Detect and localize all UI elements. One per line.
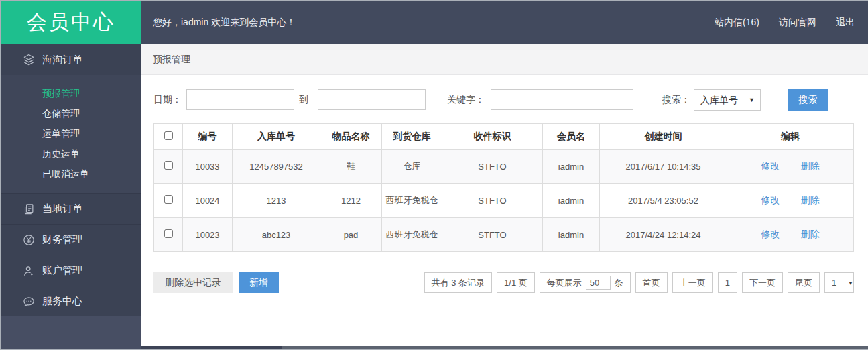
sidebar: 会员中心 海淘订单 预报管理 仓储管理 运单管理 历史运单 已取消运单	[1, 1, 141, 349]
search-button[interactable]: 搜索	[788, 89, 828, 111]
date-to-input[interactable]	[318, 89, 426, 110]
divider	[769, 18, 769, 27]
table-row: 10033 12457897532 鞋 仓库 STFTO iadmin 2017…	[154, 150, 854, 184]
cell-created: 2017/6/17 10:14:35	[600, 150, 727, 184]
cell-receiver-tag: STFTO	[442, 184, 543, 218]
welcome-message: 您好，iadmin 欢迎来到会员中心！	[153, 17, 296, 29]
sidebar-filler	[1, 316, 141, 349]
sidebar-item-label: 账户管理	[42, 264, 82, 277]
cell-created: 2017/4/24 12:14:24	[600, 218, 727, 252]
page-number-button[interactable]: 1	[718, 272, 737, 293]
row-checkbox[interactable]	[164, 161, 173, 170]
column-header-warehouse: 到货仓库	[382, 124, 442, 150]
sidebar-item-label: 财务管理	[42, 233, 82, 246]
keyword-label: 关键字：	[447, 94, 485, 106]
to-label: 到	[299, 94, 308, 106]
main-panel: 您好，iadmin 欢迎来到会员中心！ 站内信(16) 访问官网 退出 预报管理…	[141, 1, 868, 349]
brand-logo: 会员中心	[1, 1, 141, 44]
document-icon	[22, 202, 36, 216]
haitao-submenu: 预报管理 仓储管理 运单管理 历史运单 已取消运单	[1, 75, 141, 193]
cell-receiver-tag: STFTO	[442, 218, 543, 252]
layers-icon	[22, 53, 36, 66]
sidebar-subitem-warehouse-management[interactable]: 仓储管理	[1, 103, 141, 123]
date-from-input[interactable]	[186, 89, 294, 110]
column-header-member: 会员名	[543, 124, 600, 150]
cell-warehouse: 仓库	[382, 150, 442, 184]
last-page-button[interactable]: 尾页	[788, 272, 820, 293]
sidebar-item-account-management[interactable]: 账户管理	[1, 255, 141, 286]
date-label: 日期：	[153, 94, 182, 106]
prev-page-button[interactable]: 上一页	[672, 272, 713, 293]
sidebar-subitem-cancelled-waybills[interactable]: 已取消运单	[1, 164, 141, 184]
column-header-edit: 编辑	[727, 124, 854, 150]
total-records-label: 共有 3 条记录	[424, 272, 492, 293]
delete-selected-button[interactable]: 删除选中记录	[153, 272, 233, 293]
breadcrumb: 预报管理	[141, 44, 868, 75]
cell-created: 2017/5/4 23:05:52	[600, 184, 727, 218]
sidebar-item-haitao-orders[interactable]: 海淘订单	[1, 44, 141, 75]
cell-storage-no: 1213	[233, 184, 320, 218]
per-page-suffix-label: 条	[615, 277, 623, 289]
cell-item-name: 鞋	[320, 150, 382, 184]
yen-circle-icon	[22, 233, 36, 247]
keyword-input[interactable]	[491, 89, 633, 110]
cell-receiver-tag: STFTO	[442, 150, 543, 184]
edit-link[interactable]: 修改	[761, 229, 780, 239]
filter-bar: 日期： 到 关键字： 搜索： 入库单号 ▼ 搜索	[153, 89, 854, 111]
pagination: 共有 3 条记录 1/1 页 每页展示 条 首页 上一页 1 下一页 尾页 1	[420, 272, 854, 293]
chat-bubble-icon	[22, 295, 36, 308]
column-header-created: 创建时间	[600, 124, 727, 150]
site-mail-link[interactable]: 站内信(16)	[715, 17, 759, 29]
cell-warehouse: 西班牙免税仓	[382, 184, 442, 218]
sidebar-item-label: 当地订单	[42, 202, 82, 215]
cell-warehouse: 西班牙免税仓	[382, 218, 442, 252]
brand-title: 会员中心	[27, 9, 115, 36]
sidebar-subitem-forecast-management[interactable]: 预报管理	[1, 83, 141, 103]
sidebar-item-finance-management[interactable]: 财务管理	[1, 224, 141, 255]
delete-link[interactable]: 删除	[801, 160, 820, 171]
cell-storage-no: 12457897532	[233, 150, 320, 184]
member-center-window: 会员中心 海淘订单 预报管理 仓储管理 运单管理 历史运单 已取消运单	[0, 0, 868, 350]
column-header-item-name: 物品名称	[320, 124, 382, 150]
row-checkbox[interactable]	[164, 229, 173, 238]
column-header-id: 编号	[183, 124, 233, 150]
sidebar-item-local-orders[interactable]: 当地订单	[1, 193, 141, 224]
cell-item-name: pad	[320, 218, 382, 252]
search-type-label: 搜索：	[662, 94, 690, 106]
select-all-checkbox[interactable]	[164, 131, 173, 140]
column-header-receiver-tag: 收件标识	[442, 124, 543, 150]
per-page-box: 每页展示 条	[540, 272, 631, 293]
column-header-storage-no: 入库单号	[233, 124, 320, 150]
page-jump-select-box: 1 ▼	[824, 272, 854, 293]
edit-link[interactable]: 修改	[761, 160, 780, 171]
table-footer-bar: 删除选中记录 新增 共有 3 条记录 1/1 页 每页展示 条 首页 上一页 1…	[153, 272, 854, 293]
table-row: 10024 1213 1212 西班牙免税仓 STFTO iadmin 2017…	[154, 184, 854, 218]
chevron-down-icon: ▼	[848, 280, 853, 286]
search-type-select[interactable]: 入库单号	[694, 89, 761, 111]
topbar: 您好，iadmin 欢迎来到会员中心！ 站内信(16) 访问官网 退出	[141, 1, 868, 44]
per-page-input[interactable]	[586, 276, 611, 290]
visit-official-site-link[interactable]: 访问官网	[779, 17, 816, 29]
sidebar-item-label: 服务中心	[42, 295, 82, 308]
logout-link[interactable]: 退出	[836, 17, 855, 29]
row-checkbox[interactable]	[164, 195, 173, 204]
cell-id: 10033	[183, 150, 233, 184]
delete-link[interactable]: 删除	[801, 229, 820, 239]
sidebar-subitem-history-waybills[interactable]: 历史运单	[1, 143, 141, 164]
page-info-label: 1/1 页	[497, 272, 535, 293]
edit-link[interactable]: 修改	[761, 194, 780, 205]
content-area: 日期： 到 关键字： 搜索： 入库单号 ▼ 搜索	[141, 75, 868, 293]
sidebar-item-label: 海淘订单	[42, 54, 82, 66]
sidebar-item-service-center[interactable]: 服务中心	[1, 286, 141, 316]
sidebar-subitem-waybill-management[interactable]: 运单管理	[1, 123, 141, 143]
delete-link[interactable]: 删除	[801, 194, 820, 205]
table-header-row: 编号 入库单号 物品名称 到货仓库 收件标识 会员名 创建时间 编辑	[154, 124, 854, 150]
page-jump-select[interactable]: 1	[832, 278, 847, 288]
sidebar-nav: 海淘订单 预报管理 仓储管理 运单管理 历史运单 已取消运单 当地订单	[1, 44, 141, 316]
bulk-actions: 删除选中记录 新增	[153, 272, 279, 293]
cell-member: iadmin	[543, 150, 600, 184]
divider	[826, 18, 826, 27]
add-new-button[interactable]: 新增	[239, 272, 279, 293]
first-page-button[interactable]: 首页	[635, 272, 668, 293]
next-page-button[interactable]: 下一页	[742, 272, 783, 293]
